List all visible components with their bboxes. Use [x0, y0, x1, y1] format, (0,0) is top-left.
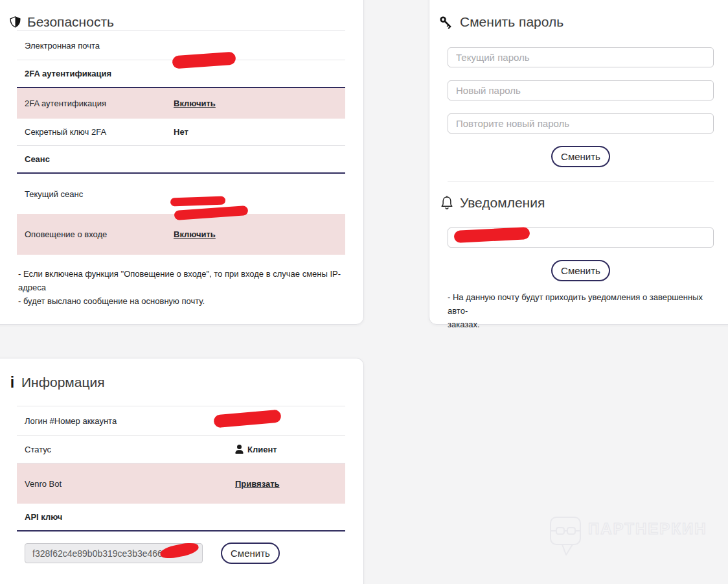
- status-value: Клиент: [247, 445, 277, 454]
- security-footnote-line1: - Если включена функция "Оповещение о вх…: [18, 267, 345, 294]
- info-icon: i: [9, 374, 16, 391]
- secret-key-value: Нет: [174, 127, 188, 137]
- login-alert-enable-link[interactable]: Включить: [174, 229, 216, 239]
- change-api-key-button[interactable]: Сменить: [221, 543, 280, 564]
- email-label: Электронная почта: [17, 41, 174, 51]
- bell-icon: [440, 195, 454, 211]
- twofa-enable-link[interactable]: Включить: [174, 99, 216, 108]
- repeat-password-input[interactable]: [448, 113, 714, 134]
- security-card-header: Безопасность: [9, 14, 363, 30]
- security-card: Безопасность Электронная почта 2FA аутен…: [0, 0, 364, 325]
- current-session-label: Текущий сеанс: [17, 189, 174, 199]
- card-section-divider: [448, 181, 714, 181]
- login-alert-row: Оповещение о входе Включить: [17, 214, 345, 255]
- password-card-title: Сменить пароль: [460, 14, 563, 30]
- info-table: Логин #Номер аккаунта Статус Клиент Venr…: [17, 406, 345, 531]
- twofa-row: 2FA аутентификация Включить: [17, 88, 345, 119]
- info-card-title: Информация: [21, 374, 105, 391]
- shield-icon: [9, 15, 21, 29]
- session-section-row: Сеанс: [17, 146, 345, 174]
- status-label: Статус: [17, 445, 235, 454]
- key-icon: [438, 14, 454, 30]
- new-password-input[interactable]: [448, 80, 714, 100]
- password-card: Сменить пароль Сменить Уведомления: [429, 0, 728, 325]
- account-settings-page: Безопасность Электронная почта 2FA аутен…: [0, 0, 728, 584]
- change-notification-email-button[interactable]: Сменить: [551, 260, 610, 281]
- login-row: Логин #Номер аккаунта: [17, 406, 345, 436]
- notifications-note-line2: заказах.: [448, 320, 480, 329]
- venro-bot-link[interactable]: Привязать: [235, 479, 280, 489]
- security-footnote: - Если включена функция "Оповещение о вх…: [18, 267, 345, 308]
- notifications-note-line1: - На данную почту будут приходить уведом…: [448, 292, 703, 316]
- password-form: Сменить: [448, 47, 714, 167]
- change-password-button[interactable]: Сменить: [551, 146, 610, 167]
- secret-key-row: Секретный ключ 2FA Нет: [17, 119, 345, 146]
- twofa-section-label: 2FA аутентификация: [17, 69, 174, 78]
- login-label: Логин #Номер аккаунта: [17, 416, 235, 426]
- venro-bot-label: Venro Bot: [17, 479, 235, 489]
- api-key-section-label: API ключ: [17, 512, 235, 522]
- notifications-header: Уведомления: [440, 194, 728, 211]
- notifications-title: Уведомления: [460, 194, 545, 211]
- notifications-note: - На данную почту будут приходить уведом…: [448, 290, 720, 331]
- security-card-title: Безопасность: [27, 14, 114, 30]
- watermark-bubble-icon: [551, 517, 580, 555]
- watermark-text: ПАРТНЕРКИН: [588, 520, 707, 537]
- password-card-header: Сменить пароль: [438, 14, 728, 30]
- login-alert-label: Оповещение о входе: [17, 229, 174, 239]
- security-footnote-line2: - будет выслано сообщение на основную по…: [18, 294, 345, 308]
- current-session-row: Текущий сеанс: [17, 174, 345, 214]
- current-password-input[interactable]: [448, 47, 714, 67]
- status-row: Статус Клиент: [17, 436, 345, 463]
- session-section-label: Сеанс: [17, 154, 174, 164]
- user-icon: [235, 445, 244, 454]
- twofa-label: 2FA аутентификация: [17, 99, 174, 108]
- info-card-header: i Информация: [9, 374, 363, 391]
- venro-bot-row: Venro Bot Привязать: [17, 463, 345, 504]
- watermark-logo: ПАРТНЕРКИН: [548, 511, 723, 565]
- secret-key-label: Секретный ключ 2FA: [17, 127, 174, 137]
- api-key-section-row: API ключ: [17, 504, 345, 531]
